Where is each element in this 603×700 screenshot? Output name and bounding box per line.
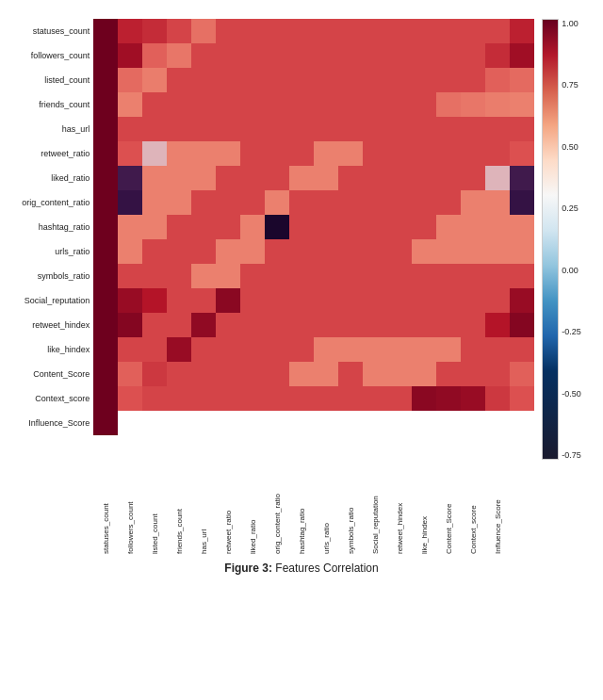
heatmap-cell (191, 43, 216, 68)
heatmap-cell (461, 117, 485, 141)
heatmap-cell (436, 313, 461, 337)
heatmap-cell (265, 190, 289, 215)
heatmap-cell (363, 288, 387, 313)
heatmap-cell (363, 264, 387, 288)
heatmap-cell (167, 239, 191, 264)
heatmap-cell (265, 215, 289, 239)
heatmap-cell (387, 190, 412, 215)
heatmap-cell (289, 92, 314, 117)
heatmap-cell (412, 190, 436, 215)
heatmap-cell (240, 288, 265, 313)
heatmap-cell (338, 92, 363, 117)
heatmap-cell (265, 362, 289, 386)
x-label: Social_reputation (371, 460, 380, 554)
figure-caption: Figure 3: Features Correlation (224, 562, 378, 575)
heatmap-cell (412, 141, 436, 166)
heatmap-cell (289, 362, 314, 386)
heatmap-cell (216, 215, 240, 239)
heatmap-cell (485, 190, 510, 215)
heatmap-cell (216, 288, 240, 313)
heatmap-cell (461, 215, 485, 239)
heatmap-cell (240, 43, 265, 68)
heatmap-cell (461, 362, 485, 386)
heatmap-cell (142, 117, 167, 141)
heatmap-cell (191, 117, 216, 141)
x-label-wrapper: Context_score (461, 460, 485, 554)
y-label: statuses_count (22, 19, 90, 43)
heatmap-cell (265, 92, 289, 117)
heatmap-cell (510, 264, 534, 288)
heatmap-cell (314, 92, 338, 117)
x-label: retweet_ratio (224, 460, 233, 554)
heatmap-cell (461, 337, 485, 362)
heatmap-cell (338, 313, 363, 337)
heatmap-cell (338, 141, 363, 166)
heatmap-cell (314, 215, 338, 239)
heatmap-cell (93, 117, 118, 141)
heatmap-cell (191, 337, 216, 362)
heatmap-cell (289, 68, 314, 92)
heatmap-cell (93, 92, 118, 117)
heatmap-cell (485, 362, 510, 386)
heatmap-cell (412, 19, 436, 43)
heatmap-cell (216, 117, 240, 141)
heatmap-cell (240, 264, 265, 288)
heatmap-cell (338, 43, 363, 68)
heatmap-cell (191, 141, 216, 166)
heatmap-cell (314, 19, 338, 43)
heatmap-cell (265, 386, 289, 411)
heatmap-cell (118, 141, 142, 166)
heatmap-cell (118, 264, 142, 288)
heatmap-cell (191, 239, 216, 264)
heatmap-cell (93, 337, 118, 362)
heatmap-cell (240, 92, 265, 117)
heatmap-cell (289, 19, 314, 43)
x-label: followers_count (126, 460, 135, 554)
heatmap-cell (216, 68, 240, 92)
heatmap-cell (363, 337, 387, 362)
colorbar-label: -0.50 (562, 389, 581, 399)
heatmap-cell (387, 117, 412, 141)
heatmap-cell (314, 141, 338, 166)
heatmap-cell (436, 166, 461, 190)
y-label: Influence_Score (22, 411, 90, 435)
heatmap-cell (510, 386, 534, 411)
heatmap-cell (191, 190, 216, 215)
x-label: Influence_Score (494, 460, 502, 554)
heatmap-cell (240, 166, 265, 190)
heatmap-cell (314, 362, 338, 386)
heatmap-cell (167, 68, 191, 92)
heatmap-cell (93, 190, 118, 215)
x-label: friends_count (175, 460, 184, 554)
heatmap-cell (412, 386, 436, 411)
heatmap-cell (387, 362, 412, 386)
heatmap-cell (412, 337, 436, 362)
caption-text: Features Correlation (272, 562, 379, 575)
heatmap-cell (436, 141, 461, 166)
heatmap-cell (289, 215, 314, 239)
heatmap-cell (265, 19, 289, 43)
heatmap-cell (387, 166, 412, 190)
heatmap-cell (338, 215, 363, 239)
x-label: listed_count (151, 460, 159, 554)
heatmap-cell (93, 141, 118, 166)
heatmap-cell (118, 92, 142, 117)
heatmap-cell (216, 92, 240, 117)
heatmap-cell (167, 19, 191, 43)
heatmap-cell (289, 43, 314, 68)
heatmap-cell (363, 215, 387, 239)
heatmap-cell (436, 239, 461, 264)
heatmap-cell (387, 215, 412, 239)
heatmap-cell (167, 117, 191, 141)
y-labels: statuses_countfollowers_countlisted_coun… (22, 19, 93, 435)
x-label-wrapper: hashtag_ratio (289, 460, 314, 554)
heatmap-cell (216, 337, 240, 362)
colorbar-label: -0.75 (562, 450, 581, 460)
heatmap-cell (461, 190, 485, 215)
heatmap-cell (191, 386, 216, 411)
heatmap-cell (363, 43, 387, 68)
heatmap-cell (142, 288, 167, 313)
heatmap-cell (167, 166, 191, 190)
heatmap-cell (314, 386, 338, 411)
heatmap-cell (142, 264, 167, 288)
